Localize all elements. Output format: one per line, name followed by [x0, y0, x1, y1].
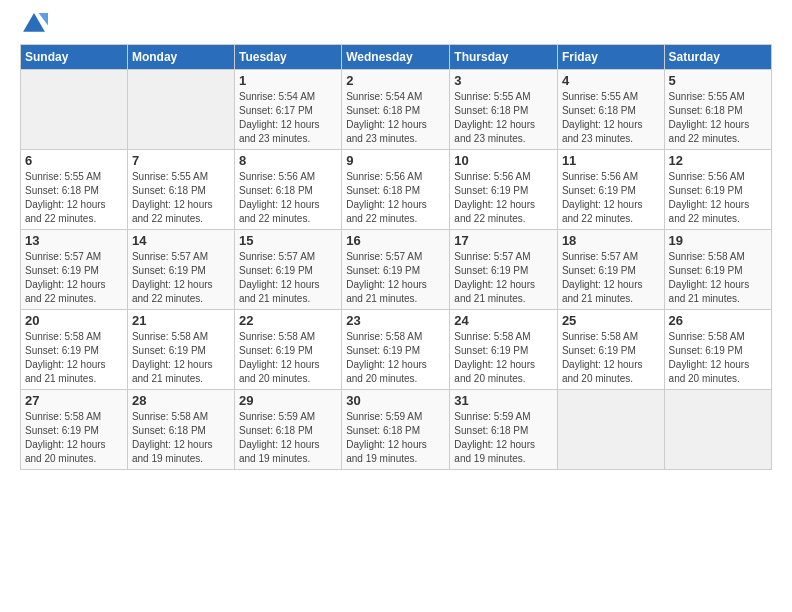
day-info: Sunrise: 5:58 AMSunset: 6:19 PMDaylight:…	[132, 330, 230, 386]
page-header	[20, 10, 772, 38]
day-info: Sunrise: 5:57 AMSunset: 6:19 PMDaylight:…	[239, 250, 337, 306]
day-info: Sunrise: 5:59 AMSunset: 6:18 PMDaylight:…	[454, 410, 553, 466]
week-row-5: 27Sunrise: 5:58 AMSunset: 6:19 PMDayligh…	[21, 390, 772, 470]
calendar-cell: 31Sunrise: 5:59 AMSunset: 6:18 PMDayligh…	[450, 390, 558, 470]
day-info: Sunrise: 5:58 AMSunset: 6:19 PMDaylight:…	[346, 330, 445, 386]
calendar-cell: 14Sunrise: 5:57 AMSunset: 6:19 PMDayligh…	[127, 230, 234, 310]
day-number: 20	[25, 313, 123, 328]
day-info: Sunrise: 5:56 AMSunset: 6:18 PMDaylight:…	[346, 170, 445, 226]
calendar-cell	[664, 390, 771, 470]
calendar-cell: 24Sunrise: 5:58 AMSunset: 6:19 PMDayligh…	[450, 310, 558, 390]
day-number: 19	[669, 233, 767, 248]
calendar-cell: 20Sunrise: 5:58 AMSunset: 6:19 PMDayligh…	[21, 310, 128, 390]
day-info: Sunrise: 5:59 AMSunset: 6:18 PMDaylight:…	[239, 410, 337, 466]
calendar-cell: 30Sunrise: 5:59 AMSunset: 6:18 PMDayligh…	[342, 390, 450, 470]
calendar-cell: 26Sunrise: 5:58 AMSunset: 6:19 PMDayligh…	[664, 310, 771, 390]
day-info: Sunrise: 5:55 AMSunset: 6:18 PMDaylight:…	[25, 170, 123, 226]
calendar-cell: 2Sunrise: 5:54 AMSunset: 6:18 PMDaylight…	[342, 70, 450, 150]
day-header-saturday: Saturday	[664, 45, 771, 70]
day-header-friday: Friday	[557, 45, 664, 70]
day-info: Sunrise: 5:56 AMSunset: 6:19 PMDaylight:…	[454, 170, 553, 226]
calendar-cell: 6Sunrise: 5:55 AMSunset: 6:18 PMDaylight…	[21, 150, 128, 230]
day-number: 14	[132, 233, 230, 248]
day-number: 31	[454, 393, 553, 408]
day-number: 16	[346, 233, 445, 248]
calendar-cell	[21, 70, 128, 150]
calendar-cell: 21Sunrise: 5:58 AMSunset: 6:19 PMDayligh…	[127, 310, 234, 390]
calendar-cell: 9Sunrise: 5:56 AMSunset: 6:18 PMDaylight…	[342, 150, 450, 230]
day-number: 25	[562, 313, 660, 328]
day-info: Sunrise: 5:55 AMSunset: 6:18 PMDaylight:…	[562, 90, 660, 146]
day-number: 8	[239, 153, 337, 168]
week-row-2: 6Sunrise: 5:55 AMSunset: 6:18 PMDaylight…	[21, 150, 772, 230]
calendar-cell: 18Sunrise: 5:57 AMSunset: 6:19 PMDayligh…	[557, 230, 664, 310]
calendar-cell: 23Sunrise: 5:58 AMSunset: 6:19 PMDayligh…	[342, 310, 450, 390]
day-number: 29	[239, 393, 337, 408]
calendar-cell	[557, 390, 664, 470]
calendar-cell: 27Sunrise: 5:58 AMSunset: 6:19 PMDayligh…	[21, 390, 128, 470]
day-number: 11	[562, 153, 660, 168]
day-info: Sunrise: 5:56 AMSunset: 6:19 PMDaylight:…	[669, 170, 767, 226]
day-info: Sunrise: 5:55 AMSunset: 6:18 PMDaylight:…	[132, 170, 230, 226]
day-header-sunday: Sunday	[21, 45, 128, 70]
day-number: 5	[669, 73, 767, 88]
day-number: 22	[239, 313, 337, 328]
calendar-cell: 8Sunrise: 5:56 AMSunset: 6:18 PMDaylight…	[235, 150, 342, 230]
day-info: Sunrise: 5:54 AMSunset: 6:18 PMDaylight:…	[346, 90, 445, 146]
calendar-cell: 11Sunrise: 5:56 AMSunset: 6:19 PMDayligh…	[557, 150, 664, 230]
day-info: Sunrise: 5:57 AMSunset: 6:19 PMDaylight:…	[132, 250, 230, 306]
calendar-cell: 13Sunrise: 5:57 AMSunset: 6:19 PMDayligh…	[21, 230, 128, 310]
day-info: Sunrise: 5:59 AMSunset: 6:18 PMDaylight:…	[346, 410, 445, 466]
calendar-cell: 5Sunrise: 5:55 AMSunset: 6:18 PMDaylight…	[664, 70, 771, 150]
day-info: Sunrise: 5:56 AMSunset: 6:19 PMDaylight:…	[562, 170, 660, 226]
calendar-cell	[127, 70, 234, 150]
day-header-thursday: Thursday	[450, 45, 558, 70]
calendar-cell: 28Sunrise: 5:58 AMSunset: 6:18 PMDayligh…	[127, 390, 234, 470]
day-header-monday: Monday	[127, 45, 234, 70]
day-info: Sunrise: 5:55 AMSunset: 6:18 PMDaylight:…	[454, 90, 553, 146]
calendar-cell: 17Sunrise: 5:57 AMSunset: 6:19 PMDayligh…	[450, 230, 558, 310]
calendar-cell: 3Sunrise: 5:55 AMSunset: 6:18 PMDaylight…	[450, 70, 558, 150]
day-number: 1	[239, 73, 337, 88]
day-number: 24	[454, 313, 553, 328]
day-number: 17	[454, 233, 553, 248]
day-info: Sunrise: 5:58 AMSunset: 6:19 PMDaylight:…	[562, 330, 660, 386]
day-number: 9	[346, 153, 445, 168]
calendar-cell: 1Sunrise: 5:54 AMSunset: 6:17 PMDaylight…	[235, 70, 342, 150]
day-info: Sunrise: 5:57 AMSunset: 6:19 PMDaylight:…	[454, 250, 553, 306]
day-number: 6	[25, 153, 123, 168]
calendar-cell: 22Sunrise: 5:58 AMSunset: 6:19 PMDayligh…	[235, 310, 342, 390]
day-number: 27	[25, 393, 123, 408]
day-info: Sunrise: 5:58 AMSunset: 6:19 PMDaylight:…	[454, 330, 553, 386]
day-number: 23	[346, 313, 445, 328]
day-number: 28	[132, 393, 230, 408]
day-number: 18	[562, 233, 660, 248]
day-number: 15	[239, 233, 337, 248]
day-info: Sunrise: 5:54 AMSunset: 6:17 PMDaylight:…	[239, 90, 337, 146]
day-number: 3	[454, 73, 553, 88]
logo	[20, 10, 52, 38]
day-info: Sunrise: 5:58 AMSunset: 6:19 PMDaylight:…	[669, 250, 767, 306]
logo-icon	[20, 10, 48, 38]
day-info: Sunrise: 5:56 AMSunset: 6:18 PMDaylight:…	[239, 170, 337, 226]
day-number: 26	[669, 313, 767, 328]
day-info: Sunrise: 5:58 AMSunset: 6:18 PMDaylight:…	[132, 410, 230, 466]
day-number: 12	[669, 153, 767, 168]
week-row-1: 1Sunrise: 5:54 AMSunset: 6:17 PMDaylight…	[21, 70, 772, 150]
calendar-cell: 25Sunrise: 5:58 AMSunset: 6:19 PMDayligh…	[557, 310, 664, 390]
calendar-cell: 12Sunrise: 5:56 AMSunset: 6:19 PMDayligh…	[664, 150, 771, 230]
calendar-cell: 7Sunrise: 5:55 AMSunset: 6:18 PMDaylight…	[127, 150, 234, 230]
calendar-cell: 15Sunrise: 5:57 AMSunset: 6:19 PMDayligh…	[235, 230, 342, 310]
day-info: Sunrise: 5:57 AMSunset: 6:19 PMDaylight:…	[562, 250, 660, 306]
week-row-4: 20Sunrise: 5:58 AMSunset: 6:19 PMDayligh…	[21, 310, 772, 390]
calendar-cell: 29Sunrise: 5:59 AMSunset: 6:18 PMDayligh…	[235, 390, 342, 470]
day-info: Sunrise: 5:58 AMSunset: 6:19 PMDaylight:…	[25, 330, 123, 386]
day-header-tuesday: Tuesday	[235, 45, 342, 70]
calendar-cell: 4Sunrise: 5:55 AMSunset: 6:18 PMDaylight…	[557, 70, 664, 150]
calendar-cell: 10Sunrise: 5:56 AMSunset: 6:19 PMDayligh…	[450, 150, 558, 230]
calendar-table: SundayMondayTuesdayWednesdayThursdayFrid…	[20, 44, 772, 470]
day-number: 7	[132, 153, 230, 168]
day-info: Sunrise: 5:57 AMSunset: 6:19 PMDaylight:…	[346, 250, 445, 306]
day-number: 30	[346, 393, 445, 408]
day-info: Sunrise: 5:58 AMSunset: 6:19 PMDaylight:…	[669, 330, 767, 386]
